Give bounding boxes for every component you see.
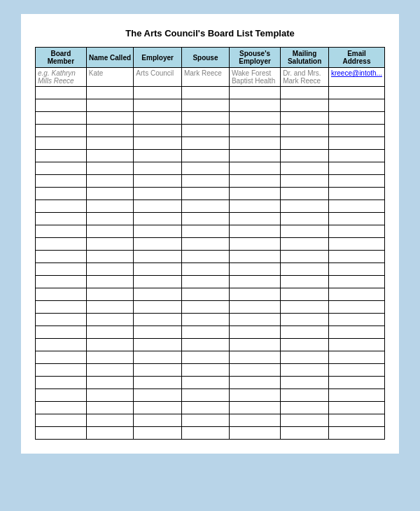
table-row [36, 87, 385, 99]
table-row [36, 364, 385, 377]
table-row [36, 301, 385, 314]
example-email-address: kreece@intoth... [328, 68, 384, 87]
table-row [36, 314, 385, 326]
table-row [36, 225, 385, 238]
table-row [36, 427, 385, 440]
table-row [36, 276, 385, 288]
table-row [36, 414, 385, 427]
page-container: The Arts Council's Board List Template B… [21, 14, 399, 454]
table-row [36, 162, 385, 175]
table-row [36, 263, 385, 276]
table-row [36, 402, 385, 414]
table-row [36, 112, 385, 125]
table-row [36, 238, 385, 251]
example-row: e.g. Kathryn Mills Reece Kate Arts Counc… [36, 68, 385, 87]
header-employer: Employer [134, 48, 182, 68]
table-row [36, 200, 385, 213]
header-spouse: Spouse [181, 48, 229, 68]
table-row [36, 339, 385, 351]
table-row [36, 326, 385, 339]
example-spouses-employer: Wake Forest Baptist Health [229, 68, 280, 87]
table-row [36, 125, 385, 137]
example-board-member: e.g. Kathryn Mills Reece [36, 68, 87, 87]
table-row [36, 351, 385, 364]
table-row [36, 377, 385, 389]
table-row [36, 99, 385, 112]
table-row [36, 137, 385, 150]
table-row [36, 175, 385, 188]
header-spouses-employer: Spouse'sEmployer [229, 48, 280, 68]
example-mailing-salutation: Dr. and Mrs. Mark Reece [281, 68, 329, 87]
example-spouse: Mark Reece [181, 68, 229, 87]
header-mailing-salutation: MailingSalutation [281, 48, 329, 68]
header-name-called: Name Called [86, 48, 134, 68]
example-employer: Arts Council [134, 68, 182, 87]
table-row [36, 251, 385, 263]
header-email-address: EmailAddress [328, 48, 384, 68]
header-row: BoardMember Name Called Employer Spouse … [36, 48, 385, 68]
table-row [36, 389, 385, 402]
header-board-member: BoardMember [36, 48, 87, 68]
board-table: BoardMember Name Called Employer Spouse … [35, 47, 385, 440]
table-row [36, 288, 385, 301]
table-row [36, 188, 385, 200]
table-row [36, 213, 385, 225]
page-title: The Arts Council's Board List Template [35, 28, 385, 38]
example-name-called: Kate [86, 68, 134, 87]
table-row [36, 150, 385, 162]
